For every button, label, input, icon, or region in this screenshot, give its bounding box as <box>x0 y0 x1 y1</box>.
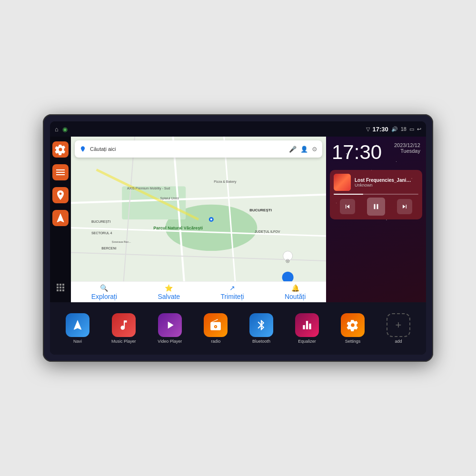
svg-text:JUDEȚUL ILFOV: JUDEȚUL ILFOV <box>255 230 280 234</box>
svg-text:BERCENI: BERCENI <box>101 247 116 250</box>
music-progress-bar[interactable] <box>334 194 418 195</box>
bluetooth-label: Bluetooth <box>252 339 270 344</box>
app-bluetooth[interactable]: Bluetooth <box>249 313 273 344</box>
sidebar-files-button[interactable] <box>52 164 69 180</box>
bottom-dock: Navi Music Player Video Player <box>50 302 426 355</box>
status-bar: ⌂ ◉ ▽ 17:30 🔊 18 ▭ ↩ <box>50 121 426 137</box>
map-search-input[interactable] <box>90 146 285 152</box>
device-screen: ⌂ ◉ ▽ 17:30 🔊 18 ▭ ↩ <box>50 121 426 355</box>
sidebar-settings-button[interactable] <box>52 141 69 158</box>
map-background: Parcul Natural Văcărești BUCUREȘTI JUDEȚ… <box>71 137 326 302</box>
battery-icon: ▭ <box>409 126 414 132</box>
add-icon: + <box>387 313 410 337</box>
navi-label: Navi <box>73 339 82 344</box>
battery-level: 18 <box>401 126 407 132</box>
clock-date: 2023/12/12 Tuesday <box>394 142 420 154</box>
music-player-icon <box>112 313 136 337</box>
sidebar-location-button[interactable] <box>52 187 69 203</box>
music-info: Lost Frequencies_Janie... Unknown <box>334 174 418 191</box>
radio-label: radio <box>211 339 220 344</box>
music-player-label: Music Player <box>111 339 136 344</box>
radio-icon <box>204 313 228 337</box>
map-share-button[interactable]: ↗ Trimiteți <box>220 284 244 300</box>
bluetooth-icon <box>249 313 273 337</box>
settings-icon[interactable]: ⚙ <box>312 146 317 153</box>
volume-icon: 🔊 <box>391 126 398 132</box>
app-navi[interactable]: Navi <box>66 313 89 344</box>
equalizer-icon <box>295 313 319 337</box>
svg-rect-2 <box>122 186 186 219</box>
status-time: 17:30 <box>373 126 388 133</box>
svg-text:Șoseaua Bac...: Șoseaua Bac... <box>112 240 131 243</box>
account-icon[interactable]: 👤 <box>300 146 308 153</box>
svg-text:Parcul Natural Văcărești: Parcul Natural Văcărești <box>153 226 203 230</box>
wifi-icon: ▽ <box>366 126 370 132</box>
video-player-label: Video Player <box>158 339 182 344</box>
add-label: add <box>395 339 402 344</box>
music-title: Lost Frequencies_Janie... <box>355 178 412 183</box>
equalizer-label: Equalizer <box>298 339 316 344</box>
map-bottom-bar: 🔍 Explorați ⭐ Salvate ↗ Trimiteți 🔔 <box>71 281 326 302</box>
main-area: Parcul Natural Văcărești BUCUREȘTI JUDEȚ… <box>50 137 426 302</box>
sidebar-apps-button[interactable] <box>52 279 69 296</box>
car-head-unit: ⌂ ◉ ▽ 17:30 🔊 18 ▭ ↩ <box>43 114 433 362</box>
back-icon[interactable]: ↩ <box>417 126 421 132</box>
left-sidebar <box>50 137 71 302</box>
svg-point-19 <box>210 218 212 220</box>
music-widget: Lost Frequencies_Janie... Unknown <box>330 170 422 219</box>
map-news-button[interactable]: 🔔 Noutăți <box>285 284 306 300</box>
status-bar-right: ▽ 17:30 🔊 18 ▭ ↩ <box>366 126 422 133</box>
sidebar-navi-button[interactable] <box>52 210 69 226</box>
clock-date-text: 2023/12/12 <box>394 142 420 148</box>
music-text: Lost Frequencies_Janie... Unknown <box>355 178 418 188</box>
svg-text:BUCUREȘTI: BUCUREȘTI <box>249 208 272 212</box>
app-video-player[interactable]: Video Player <box>158 313 182 344</box>
svg-text:AXIS Premium Mobility - Sud: AXIS Premium Mobility - Sud <box>127 187 170 190</box>
music-prev-button[interactable] <box>340 199 355 214</box>
clock-day: Tuesday <box>394 148 420 154</box>
svg-text:BUCUREȘTI: BUCUREȘTI <box>91 220 111 224</box>
svg-text:Splaiul Unirii: Splaiul Unirii <box>160 197 179 200</box>
app-radio[interactable]: radio <box>204 313 228 344</box>
clock-area: 17:30 2023/12/12 Tuesday <box>326 137 426 168</box>
map-saved-button[interactable]: ⭐ Salvate <box>158 284 180 300</box>
music-thumbnail-image <box>334 174 351 191</box>
music-progress-fill <box>334 194 363 195</box>
app-add[interactable]: + add <box>387 313 410 344</box>
right-panel: 17:30 2023/12/12 Tuesday Lost Frequencie… <box>326 137 426 302</box>
app-settings[interactable]: Settings <box>341 313 365 344</box>
navi-icon <box>66 313 89 337</box>
svg-text:◎: ◎ <box>286 258 290 263</box>
music-controls <box>334 198 418 216</box>
app-equalizer[interactable]: Equalizer <box>295 313 319 344</box>
music-artist: Unknown <box>355 183 418 188</box>
settings-icon <box>341 313 365 337</box>
mic-icon[interactable]: 🎤 <box>289 146 297 153</box>
clock-time: 17:30 <box>332 142 382 162</box>
svg-text:Pizza & Bakery: Pizza & Bakery <box>214 180 237 184</box>
svg-text:SECTORUL 4: SECTORUL 4 <box>91 231 112 235</box>
music-thumbnail <box>334 174 351 191</box>
music-pause-button[interactable] <box>367 198 385 216</box>
maps-icon[interactable]: ◉ <box>62 126 68 133</box>
home-icon[interactable]: ⌂ <box>55 126 59 133</box>
settings-label: Settings <box>345 339 361 344</box>
map-search-bar[interactable]: 🎤 👤 ⚙ <box>75 140 322 158</box>
music-next-button[interactable] <box>397 199 412 214</box>
map-container[interactable]: Parcul Natural Văcărești BUCUREȘTI JUDEȚ… <box>71 137 326 302</box>
map-explore-button[interactable]: 🔍 Explorați <box>91 284 117 300</box>
video-player-icon <box>158 313 182 337</box>
status-bar-left: ⌂ ◉ <box>55 126 68 133</box>
app-music-player[interactable]: Music Player <box>111 313 136 344</box>
